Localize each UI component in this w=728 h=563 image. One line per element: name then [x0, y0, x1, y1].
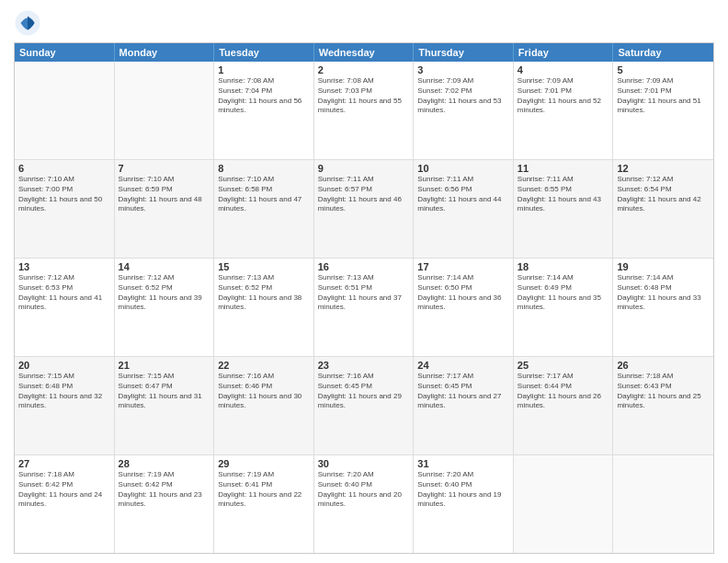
calendar-cell: 4Sunrise: 7:09 AMSunset: 7:01 PMDaylight… [514, 62, 614, 159]
cell-info: Sunrise: 7:13 AMSunset: 6:51 PMDaylight:… [318, 273, 410, 313]
day-number: 31 [417, 458, 509, 469]
cell-info: Sunrise: 7:14 AMSunset: 6:48 PMDaylight:… [617, 273, 710, 313]
day-number: 4 [518, 64, 609, 75]
cell-info: Sunrise: 7:10 AMSunset: 6:59 PMDaylight:… [119, 175, 210, 214]
calendar-cell: 7Sunrise: 7:10 AMSunset: 6:59 PMDaylight… [115, 160, 215, 258]
calendar-cell: 12Sunrise: 7:12 AMSunset: 6:54 PMDayligh… [613, 160, 713, 258]
calendar-cell: 29Sunrise: 7:19 AMSunset: 6:41 PMDayligh… [214, 455, 314, 553]
calendar-row: 1Sunrise: 7:08 AMSunset: 7:04 PMDaylight… [15, 62, 713, 159]
cell-info: Sunrise: 7:11 AMSunset: 6:55 PMDaylight:… [518, 175, 609, 214]
calendar-cell: 15Sunrise: 7:13 AMSunset: 6:52 PMDayligh… [214, 259, 314, 356]
cell-info: Sunrise: 7:15 AMSunset: 6:47 PMDaylight:… [119, 372, 210, 411]
calendar-cell [514, 455, 614, 553]
calendar-cell: 28Sunrise: 7:19 AMSunset: 6:42 PMDayligh… [115, 455, 215, 553]
calendar-cell: 30Sunrise: 7:20 AMSunset: 6:40 PMDayligh… [314, 455, 415, 553]
day-number: 19 [617, 261, 710, 272]
day-number: 9 [318, 163, 410, 174]
cell-info: Sunrise: 7:09 AMSunset: 7:01 PMDaylight:… [617, 76, 710, 116]
calendar-cell: 18Sunrise: 7:14 AMSunset: 6:49 PMDayligh… [514, 259, 614, 356]
calendar-cell: 19Sunrise: 7:14 AMSunset: 6:48 PMDayligh… [613, 259, 713, 356]
day-number: 10 [417, 163, 509, 174]
cell-info: Sunrise: 7:11 AMSunset: 6:56 PMDaylight:… [417, 175, 509, 214]
day-header-tuesday: Tuesday [214, 43, 314, 62]
calendar-cell: 27Sunrise: 7:18 AMSunset: 6:42 PMDayligh… [15, 455, 115, 553]
page: SundayMondayTuesdayWednesdayThursdayFrid… [0, 0, 728, 563]
cell-info: Sunrise: 7:14 AMSunset: 6:50 PMDaylight:… [417, 273, 509, 313]
day-number: 11 [518, 163, 609, 174]
day-header-sunday: Sunday [15, 43, 115, 62]
calendar-cell: 24Sunrise: 7:17 AMSunset: 6:45 PMDayligh… [414, 357, 514, 454]
cell-info: Sunrise: 7:12 AMSunset: 6:53 PMDaylight:… [18, 273, 110, 313]
calendar-cell: 9Sunrise: 7:11 AMSunset: 6:57 PMDaylight… [314, 160, 415, 258]
logo [14, 9, 45, 37]
calendar-row: 13Sunrise: 7:12 AMSunset: 6:53 PMDayligh… [15, 258, 713, 356]
calendar-cell [15, 62, 115, 159]
day-header-thursday: Thursday [414, 43, 514, 62]
calendar-cell: 6Sunrise: 7:10 AMSunset: 7:00 PMDaylight… [15, 160, 115, 258]
calendar: SundayMondayTuesdayWednesdayThursdayFrid… [14, 42, 714, 554]
cell-info: Sunrise: 7:19 AMSunset: 6:42 PMDaylight:… [119, 470, 210, 510]
calendar-cell: 3Sunrise: 7:09 AMSunset: 7:02 PMDaylight… [414, 62, 514, 159]
cell-info: Sunrise: 7:11 AMSunset: 6:57 PMDaylight:… [318, 175, 410, 214]
day-header-monday: Monday [115, 43, 215, 62]
logo-icon [14, 9, 41, 37]
day-number: 17 [417, 261, 509, 272]
day-number: 3 [417, 64, 509, 75]
calendar-cell: 22Sunrise: 7:16 AMSunset: 6:46 PMDayligh… [214, 357, 314, 454]
calendar-row: 20Sunrise: 7:15 AMSunset: 6:48 PMDayligh… [15, 356, 713, 454]
cell-info: Sunrise: 7:18 AMSunset: 6:43 PMDaylight:… [617, 372, 710, 411]
day-number: 29 [218, 458, 310, 469]
day-number: 18 [518, 261, 609, 272]
day-number: 6 [18, 163, 110, 174]
calendar-cell [115, 62, 215, 159]
cell-info: Sunrise: 7:10 AMSunset: 6:58 PMDaylight:… [218, 175, 310, 214]
day-number: 8 [218, 163, 310, 174]
cell-info: Sunrise: 7:10 AMSunset: 7:00 PMDaylight:… [18, 175, 110, 214]
cell-info: Sunrise: 7:19 AMSunset: 6:41 PMDaylight:… [218, 470, 310, 510]
calendar-cell: 1Sunrise: 7:08 AMSunset: 7:04 PMDaylight… [214, 62, 314, 159]
calendar-body: 1Sunrise: 7:08 AMSunset: 7:04 PMDaylight… [15, 62, 713, 553]
day-number: 26 [617, 360, 710, 371]
calendar-row: 27Sunrise: 7:18 AMSunset: 6:42 PMDayligh… [15, 454, 713, 553]
header [14, 9, 714, 37]
calendar-row: 6Sunrise: 7:10 AMSunset: 7:00 PMDaylight… [15, 159, 713, 258]
day-number: 12 [617, 163, 710, 174]
calendar-cell: 2Sunrise: 7:08 AMSunset: 7:03 PMDaylight… [314, 62, 415, 159]
calendar-cell: 13Sunrise: 7:12 AMSunset: 6:53 PMDayligh… [15, 259, 115, 356]
calendar-cell: 20Sunrise: 7:15 AMSunset: 6:48 PMDayligh… [15, 357, 115, 454]
cell-info: Sunrise: 7:08 AMSunset: 7:03 PMDaylight:… [318, 76, 410, 116]
cell-info: Sunrise: 7:15 AMSunset: 6:48 PMDaylight:… [18, 372, 110, 411]
day-header-friday: Friday [514, 43, 614, 62]
calendar-cell: 31Sunrise: 7:20 AMSunset: 6:40 PMDayligh… [414, 455, 514, 553]
cell-info: Sunrise: 7:12 AMSunset: 6:54 PMDaylight:… [617, 175, 710, 214]
day-number: 30 [318, 458, 410, 469]
cell-info: Sunrise: 7:17 AMSunset: 6:44 PMDaylight:… [518, 372, 609, 411]
calendar-cell: 5Sunrise: 7:09 AMSunset: 7:01 PMDaylight… [613, 62, 713, 159]
cell-info: Sunrise: 7:16 AMSunset: 6:46 PMDaylight:… [218, 372, 310, 411]
cell-info: Sunrise: 7:09 AMSunset: 7:02 PMDaylight:… [417, 76, 509, 116]
day-number: 16 [318, 261, 410, 272]
day-number: 27 [18, 458, 110, 469]
calendar-cell: 8Sunrise: 7:10 AMSunset: 6:58 PMDaylight… [214, 160, 314, 258]
calendar-header: SundayMondayTuesdayWednesdayThursdayFrid… [15, 43, 713, 62]
calendar-cell: 14Sunrise: 7:12 AMSunset: 6:52 PMDayligh… [115, 259, 215, 356]
calendar-cell: 10Sunrise: 7:11 AMSunset: 6:56 PMDayligh… [414, 160, 514, 258]
cell-info: Sunrise: 7:18 AMSunset: 6:42 PMDaylight:… [18, 470, 110, 510]
day-number: 23 [318, 360, 410, 371]
cell-info: Sunrise: 7:14 AMSunset: 6:49 PMDaylight:… [518, 273, 609, 313]
cell-info: Sunrise: 7:20 AMSunset: 6:40 PMDaylight:… [417, 470, 509, 510]
calendar-cell: 21Sunrise: 7:15 AMSunset: 6:47 PMDayligh… [115, 357, 215, 454]
cell-info: Sunrise: 7:16 AMSunset: 6:45 PMDaylight:… [318, 372, 410, 411]
day-number: 2 [318, 64, 410, 75]
day-header-wednesday: Wednesday [314, 43, 415, 62]
cell-info: Sunrise: 7:09 AMSunset: 7:01 PMDaylight:… [518, 76, 609, 116]
calendar-cell: 11Sunrise: 7:11 AMSunset: 6:55 PMDayligh… [514, 160, 614, 258]
cell-info: Sunrise: 7:17 AMSunset: 6:45 PMDaylight:… [417, 372, 509, 411]
day-number: 13 [18, 261, 110, 272]
day-number: 7 [119, 163, 210, 174]
calendar-cell: 23Sunrise: 7:16 AMSunset: 6:45 PMDayligh… [314, 357, 415, 454]
calendar-cell: 25Sunrise: 7:17 AMSunset: 6:44 PMDayligh… [514, 357, 614, 454]
day-number: 5 [617, 64, 710, 75]
cell-info: Sunrise: 7:13 AMSunset: 6:52 PMDaylight:… [218, 273, 310, 313]
day-number: 22 [218, 360, 310, 371]
